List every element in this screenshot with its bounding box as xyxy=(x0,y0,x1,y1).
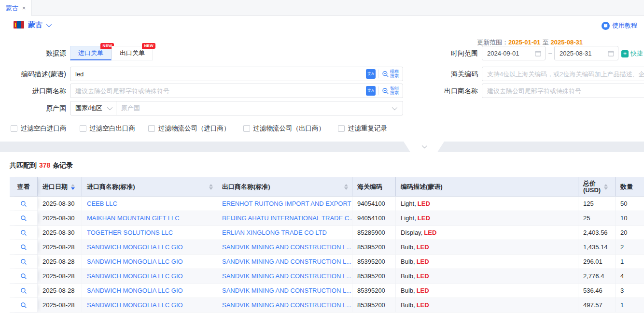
exporter-link[interactable]: SANDVIK MINING AND CONSTRUCTION L... xyxy=(222,272,351,280)
fuzzy-search-button[interactable]: 模糊搜索 xyxy=(382,70,399,78)
tutorial-label: 使用教程 xyxy=(612,21,637,30)
tab-close-icon[interactable]: × xyxy=(22,5,26,11)
checkbox-filter-logistics-importer[interactable]: 过滤物流公司（进口商） xyxy=(148,124,230,133)
view-record-button[interactable] xyxy=(20,215,27,222)
update-range-start: 2025-01-01 xyxy=(508,39,541,46)
view-record-button[interactable] xyxy=(20,200,27,207)
view-record-button[interactable] xyxy=(20,302,27,309)
exporter-input[interactable] xyxy=(482,84,644,98)
desc-cell: Bulb,LED xyxy=(396,255,578,269)
table-row: 2025-08-28 SANDWICH MONGOLIA LLC GIO SAN… xyxy=(10,240,644,255)
country-picker[interactable]: 蒙古 xyxy=(14,20,50,29)
hs-code-cell: 85395200 xyxy=(352,284,396,298)
sort-icons[interactable] xyxy=(209,184,213,190)
origin-type-select[interactable]: 国家/地区 xyxy=(70,101,116,115)
magnifier-icon xyxy=(20,302,27,309)
tab-mongolia[interactable]: 蒙古 × xyxy=(0,0,32,16)
import-date-cell: 2025-08-28 xyxy=(38,269,82,283)
exporter-link[interactable]: SANDVIK MINING AND CONSTRUCTION L... xyxy=(222,287,351,294)
checkbox-filter-blank-importer[interactable]: 过滤空白进口商 xyxy=(11,124,67,133)
code-desc-input[interactable] xyxy=(70,67,366,81)
quantity-cell: 1 xyxy=(616,255,644,269)
exporter-link[interactable]: SANDVIK MINING AND CONSTRUCTION L... xyxy=(222,243,351,251)
sort-icons[interactable] xyxy=(604,184,608,190)
quantity-cell: 20 xyxy=(616,226,644,240)
importer-link[interactable]: SANDWICH MONGOLIA LLC GIO xyxy=(87,243,183,251)
magnifier-icon xyxy=(20,229,27,236)
hs-code-cell: 85395200 xyxy=(352,255,396,269)
tutorial-book-icon xyxy=(602,22,610,30)
exporter-link[interactable]: SANDVIK MINING AND CONSTRUCTION L... xyxy=(222,301,351,309)
total-usd-cell: 497.57 xyxy=(578,298,616,312)
origin-field: 国家/地区 原产国 xyxy=(70,101,403,115)
col-exporter[interactable]: 出口商名称(标准) xyxy=(217,177,352,196)
quick-search-button[interactable]: ✳ 快捷 xyxy=(621,49,643,58)
smart-search-button[interactable]: 智能搜索 xyxy=(382,86,399,95)
checkbox-icon xyxy=(243,125,250,132)
origin-label: 原产国 xyxy=(0,101,66,115)
collapse-panel-button[interactable] xyxy=(404,142,444,152)
desc-cell: Bulb,LED xyxy=(396,298,578,312)
quantity-cell: 4 xyxy=(616,269,644,283)
desc-cell: Bulb,LED xyxy=(396,284,578,298)
table-body: 2025-08-30 CEEB LLC ERENHOT RUITONG IMPO… xyxy=(10,197,644,313)
collapse-band xyxy=(0,142,644,152)
magnifier-icon xyxy=(20,258,27,265)
col-total[interactable]: 总价(USD) xyxy=(578,177,616,196)
checkbox-icon xyxy=(338,125,345,132)
update-range-end: 2025-08-31 xyxy=(551,39,583,46)
col-importer[interactable]: 进口商名称(标准) xyxy=(82,177,217,196)
view-record-button[interactable] xyxy=(20,258,27,265)
importer-field: 文A 智能搜索 xyxy=(70,84,403,98)
translate-icon[interactable]: 文A xyxy=(366,86,376,96)
view-record-button[interactable] xyxy=(20,273,27,280)
hs-code-cell: 85395200 xyxy=(352,240,396,254)
desc-cell: Bulb,LED xyxy=(396,240,578,254)
exporter-link[interactable]: SANDVIK MINING AND CONSTRUCTION L... xyxy=(222,258,351,265)
app-window: 蒙古 × 蒙古 使用教程 更新范围：2025-01-01至2025-08-31 … xyxy=(0,0,644,313)
magnifier-icon xyxy=(382,87,389,95)
checkbox-filter-duplicates[interactable]: 过滤重复记录 xyxy=(338,124,387,133)
importer-input[interactable] xyxy=(70,84,366,98)
hs-code-label: 海关编码 xyxy=(415,67,478,81)
exporter-link[interactable]: ERLIAN XINGLONG TRADE CO LTD xyxy=(222,229,327,236)
checkbox-filter-blank-exporter[interactable]: 过滤空白出口商 xyxy=(80,124,136,133)
calendar-icon xyxy=(608,50,614,57)
col-qty: 数量 xyxy=(616,177,644,196)
checkbox-filter-logistics-exporter[interactable]: 过滤物流公司（出口商） xyxy=(243,124,325,133)
country-name: 蒙古 xyxy=(28,20,42,29)
importer-link[interactable]: SANDWICH MONGOLIA LLC GIO xyxy=(87,301,183,309)
col-import-date[interactable]: 进口日期 xyxy=(38,177,82,196)
start-date-input[interactable]: 2024-09-01 xyxy=(482,46,546,60)
tab-import-declarations[interactable]: 进口关单 NEW xyxy=(70,46,112,60)
end-date-input[interactable]: 2025-08-31 xyxy=(554,46,618,60)
magnifier-icon xyxy=(20,244,27,251)
importer-link[interactable]: MAIKHAN MOUNTAIN GIFT LLC xyxy=(87,214,180,222)
importer-link[interactable]: CEEB LLC xyxy=(87,200,117,207)
results-table: 查看 进口日期 进口商名称(标准) 出口商名称(标准) 海关编码 编码描述(蒙语… xyxy=(10,177,644,313)
sort-icons[interactable] xyxy=(344,184,348,190)
view-record-button[interactable] xyxy=(20,287,27,294)
origin-placeholder[interactable]: 原产国 xyxy=(116,104,392,113)
desc-cell: Light,LED xyxy=(396,211,578,225)
exporter-link[interactable]: ERENHOT RUITONG IMPORT AND EXPORT ... xyxy=(222,200,352,207)
view-record-button[interactable] xyxy=(20,229,27,236)
hs-code-field xyxy=(482,67,644,81)
importer-link[interactable]: SANDWICH MONGOLIA LLC GIO xyxy=(87,258,183,265)
sort-icons[interactable] xyxy=(71,184,75,190)
hs-code-input[interactable] xyxy=(482,67,644,81)
table-row: 2025-08-30 TOGETHER SOLUTIONS LLC ERLIAN… xyxy=(10,226,644,240)
translate-icon[interactable]: 文A xyxy=(366,69,376,79)
view-record-button[interactable] xyxy=(20,244,27,251)
hs-code-cell: 85285900 xyxy=(352,226,396,240)
calendar-icon xyxy=(535,50,541,57)
tab-export-declarations[interactable]: 出口关单 NEW xyxy=(112,46,153,60)
importer-link[interactable]: SANDWICH MONGOLIA LLC GIO xyxy=(87,287,183,294)
importer-link[interactable]: SANDWICH MONGOLIA LLC GIO xyxy=(87,272,183,280)
quantity-cell: 1 xyxy=(616,298,644,312)
time-range-label: 时间范围 xyxy=(415,46,478,60)
importer-link[interactable]: TOGETHER SOLUTIONS LLC xyxy=(87,229,173,236)
hs-code-cell: 94054100 xyxy=(352,211,396,225)
tutorial-link[interactable]: 使用教程 xyxy=(602,21,637,30)
exporter-link[interactable]: BEIJING AHATU INTERNATIONAL TRADE C... xyxy=(222,214,352,222)
